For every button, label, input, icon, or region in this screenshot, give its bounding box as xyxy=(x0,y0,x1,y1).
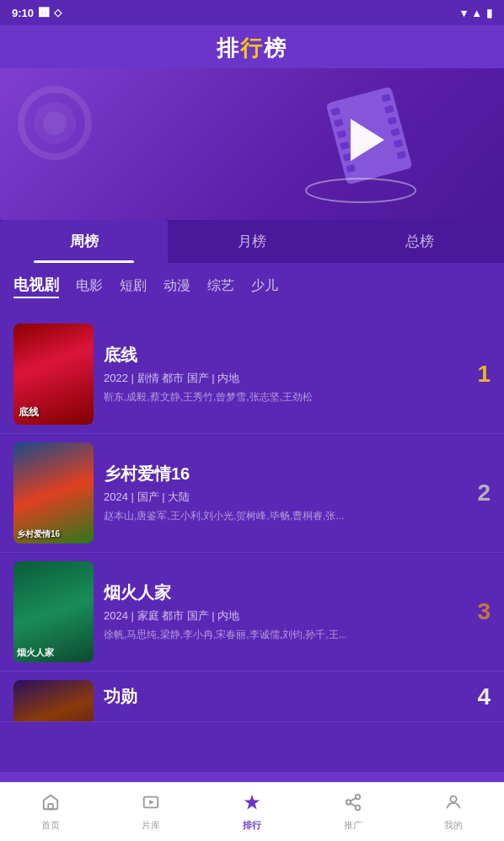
nav-mine[interactable]: 我的 xyxy=(403,788,504,837)
status-left: 9:10 🅰 ◇ xyxy=(12,7,62,19)
wifi-icon: ▾ xyxy=(461,7,467,19)
list-item[interactable]: 底线 2022 | 剧情 都市 国产 | 内地 靳东,成毅,蔡文静,王秀竹,曾梦… xyxy=(0,315,504,434)
media-poster-2 xyxy=(13,442,94,544)
media-info-3: 烟火人家 2024 | 家庭 都市 国产 | 内地 徐帆,马思纯,梁静,李小冉,… xyxy=(104,561,457,662)
nav-promote[interactable]: 推广 xyxy=(303,788,404,837)
svg-line-25 xyxy=(350,797,355,801)
nav-library-label: 片库 xyxy=(142,819,160,832)
svg-line-24 xyxy=(350,803,355,806)
list-item[interactable]: 功勋 4 xyxy=(0,672,504,722)
status-time: 9:10 xyxy=(12,7,34,19)
svg-point-17 xyxy=(306,179,416,202)
media-rank-4: 4 xyxy=(467,683,491,710)
media-cast-1: 靳东,成毅,蔡文静,王秀竹,曾梦雪,张志坚,王劲松 xyxy=(104,390,457,404)
library-icon xyxy=(142,793,160,817)
status-bar: 9:10 🅰 ◇ ▾ ▲ ▮ xyxy=(0,0,504,25)
page-title: 排行榜 xyxy=(217,34,287,63)
category-tv[interactable]: 电视剧 xyxy=(13,273,59,298)
svg-marker-20 xyxy=(150,800,155,805)
nav-ranking-label: 排行 xyxy=(243,819,261,832)
category-row: 电视剧 电影 短剧 动漫 综艺 少儿 xyxy=(0,263,504,308)
list-item[interactable]: 乡村爱情16 2024 | 国产 | 大陆 赵本山,唐鉴军,王小利,刘小光,贺树… xyxy=(0,434,504,553)
hero-decoration-camera xyxy=(17,85,93,161)
diamond-icon: ◇ xyxy=(54,7,62,19)
nav-promote-label: 推广 xyxy=(344,819,362,832)
home-icon xyxy=(41,793,60,817)
nav-home[interactable]: 首页 xyxy=(0,788,101,837)
media-poster-1 xyxy=(13,324,94,425)
title-highlight: 行 xyxy=(240,35,264,61)
svg-point-2 xyxy=(43,111,67,135)
media-rank-2: 2 xyxy=(467,479,491,506)
notification-icon: 🅰 xyxy=(39,7,49,19)
media-cast-3: 徐帆,马思纯,梁静,李小冉,宋春丽,李诚儒,刘钧,孙千,王... xyxy=(104,628,457,642)
tab-total[interactable]: 总榜 xyxy=(336,220,504,263)
media-meta-3: 2024 | 家庭 都市 国产 | 内地 xyxy=(104,608,457,624)
media-title-1: 底线 xyxy=(104,344,457,367)
category-kids[interactable]: 少儿 xyxy=(251,276,278,297)
media-cast-2: 赵本山,唐鉴军,王小利,刘小光,贺树峰,毕畅,曹桐睿,张... xyxy=(104,509,457,523)
promote-icon xyxy=(344,793,362,817)
media-meta-1: 2022 | 剧情 都市 国产 | 内地 xyxy=(104,371,457,386)
tab-monthly[interactable]: 月榜 xyxy=(168,220,335,263)
media-title-4: 功勋 xyxy=(104,685,457,708)
media-info-4: 功勋 xyxy=(104,680,457,713)
nav-library[interactable]: 片库 xyxy=(101,788,202,837)
signal-icon: ▲ xyxy=(471,7,482,19)
list-item[interactable]: 烟火人家 2024 | 家庭 都市 国产 | 内地 徐帆,马思纯,梁静,李小冉,… xyxy=(0,553,504,672)
film-play-icon xyxy=(285,85,420,212)
svg-point-26 xyxy=(451,795,457,801)
nav-home-label: 首页 xyxy=(41,819,60,832)
media-poster-4 xyxy=(13,680,94,722)
media-rank-1: 1 xyxy=(467,361,491,388)
hero-film-decoration xyxy=(285,85,420,215)
svg-point-21 xyxy=(355,794,360,799)
category-short[interactable]: 短剧 xyxy=(120,276,147,297)
tab-weekly[interactable]: 周榜 xyxy=(0,220,168,263)
svg-rect-18 xyxy=(48,803,53,808)
battery-icon: ▮ xyxy=(486,7,492,19)
ranking-icon xyxy=(243,793,261,817)
header: 排行榜 xyxy=(0,25,504,68)
media-poster-3 xyxy=(13,561,94,662)
category-anime[interactable]: 动漫 xyxy=(164,276,190,297)
media-meta-2: 2024 | 国产 | 大陆 xyxy=(104,490,457,505)
nav-ranking[interactable]: 排行 xyxy=(201,788,303,837)
content-area: 底线 2022 | 剧情 都市 国产 | 内地 靳东,成毅,蔡文静,王秀竹,曾梦… xyxy=(0,308,504,772)
media-title-2: 乡村爱情16 xyxy=(104,463,457,485)
category-movie[interactable]: 电影 xyxy=(76,276,103,297)
media-info-2: 乡村爱情16 2024 | 国产 | 大陆 赵本山,唐鉴军,王小利,刘小光,贺树… xyxy=(104,442,457,544)
svg-point-22 xyxy=(346,800,351,805)
bottom-nav: 首页 片库 排行 推广 xyxy=(0,782,504,841)
category-variety[interactable]: 综艺 xyxy=(207,276,234,297)
status-right: ▾ ▲ ▮ xyxy=(461,7,492,19)
media-rank-3: 3 xyxy=(467,598,491,625)
tabs-row: 周榜 月榜 总榜 xyxy=(0,220,504,263)
svg-point-23 xyxy=(355,805,360,810)
media-info-1: 底线 2022 | 剧情 都市 国产 | 内地 靳东,成毅,蔡文静,王秀竹,曾梦… xyxy=(104,324,457,425)
hero-banner xyxy=(0,68,504,220)
nav-mine-label: 我的 xyxy=(444,819,463,832)
mine-icon xyxy=(444,793,463,817)
media-title-3: 烟火人家 xyxy=(104,581,457,604)
